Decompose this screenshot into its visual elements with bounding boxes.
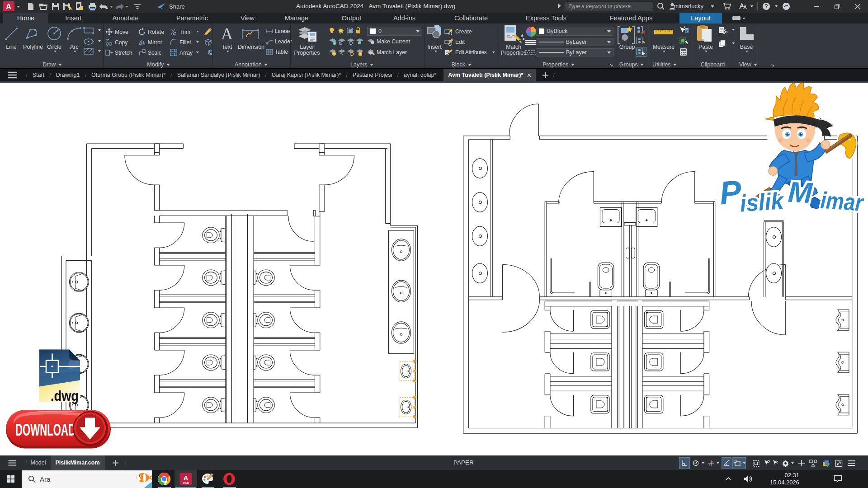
svg-text:A: A: [6, 3, 11, 10]
svg-text:imar: imar: [820, 187, 865, 216]
svg-text:?: ?: [764, 3, 768, 9]
svg-text:M: M: [787, 175, 814, 209]
svg-text:DOWNLOAD: DOWNLOAD: [15, 420, 75, 439]
svg-text:CAD: CAD: [183, 481, 189, 484]
svg-text:islik: islik: [739, 187, 786, 216]
svg-text:.dwg: .dwg: [51, 387, 79, 404]
svg-text:A: A: [184, 474, 189, 482]
